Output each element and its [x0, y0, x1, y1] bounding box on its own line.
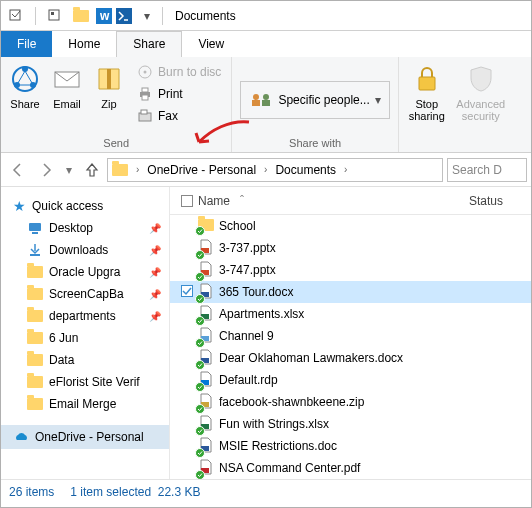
sidebar-item[interactable]: departments📌: [27, 305, 169, 327]
file-row[interactable]: 3-737.pptx: [170, 237, 531, 259]
qat-properties-icon[interactable]: [44, 5, 66, 27]
zip-icon: [93, 63, 125, 95]
svg-rect-24: [30, 254, 40, 256]
email-icon: [51, 63, 83, 95]
file-type-icon: [198, 415, 214, 434]
svg-rect-18: [252, 100, 260, 106]
file-type-icon: [198, 437, 214, 456]
svg-rect-2: [51, 12, 54, 15]
nav-item-label: Data: [49, 353, 74, 367]
burn-button: Burn to disc: [133, 61, 225, 83]
recent-locations-button[interactable]: ▾: [61, 157, 77, 183]
nav-item-label: Desktop: [49, 221, 93, 235]
sidebar-item[interactable]: Oracle Upgra📌: [27, 261, 169, 283]
nav-item-label: ScreenCapBa: [49, 287, 124, 301]
qat-dropdown-icon[interactable]: ▾: [136, 5, 158, 27]
file-row[interactable]: Dear Oklahoman Lawmakers.docx: [170, 347, 531, 369]
people-icon: [249, 92, 273, 108]
qat-powershell-icon[interactable]: [116, 8, 132, 24]
email-button[interactable]: Email: [47, 59, 87, 135]
file-row[interactable]: Apartments.xlsx: [170, 303, 531, 325]
nav-item-label: Email Merge: [49, 397, 116, 411]
sidebar-item[interactable]: 6 Jun: [27, 327, 169, 349]
svg-rect-25: [182, 195, 193, 206]
nav-item-label: Oracle Upgra: [49, 265, 120, 279]
share-button[interactable]: Share: [5, 59, 45, 135]
file-name-label: Fun with Strings.xlsx: [219, 417, 329, 431]
breadcrumb-documents[interactable]: Documents: [271, 159, 340, 181]
sidebar-item[interactable]: Desktop📌: [27, 217, 169, 239]
column-name-header[interactable]: Name: [198, 194, 230, 208]
onedrive-root[interactable]: OneDrive - Personal: [1, 425, 169, 449]
search-input[interactable]: Search D: [447, 158, 527, 182]
dropdown-icon: ▾: [375, 93, 381, 107]
file-type-icon: [198, 305, 214, 324]
svg-rect-16: [141, 110, 147, 114]
file-type-icon: [198, 261, 214, 280]
svg-point-19: [263, 94, 269, 100]
file-name-label: Apartments.xlsx: [219, 307, 304, 321]
forward-button[interactable]: [33, 157, 59, 183]
file-name-label: 3-747.pptx: [219, 263, 276, 277]
qat-homedir-icon[interactable]: w: [96, 8, 112, 24]
navigation-pane: ★ Quick access Desktop📌Downloads📌Oracle …: [1, 187, 170, 479]
pin-icon: 📌: [149, 245, 161, 256]
file-row[interactable]: 3-747.pptx: [170, 259, 531, 281]
svg-rect-21: [419, 77, 435, 90]
select-all-checkbox[interactable]: [181, 195, 193, 207]
tab-view[interactable]: View: [182, 31, 240, 57]
file-row[interactable]: NSA Command Center.pdf: [170, 457, 531, 479]
quick-nav-dropdown-icon[interactable]: [5, 5, 27, 27]
sidebar-item[interactable]: Data: [27, 349, 169, 371]
column-status-header[interactable]: Status: [469, 194, 531, 208]
nav-item-icon: [27, 352, 43, 368]
file-name-label: MSIE Restrictions.doc: [219, 439, 337, 453]
sidebar-item[interactable]: Downloads📌: [27, 239, 169, 261]
column-headers[interactable]: Name ˆ Status: [170, 187, 531, 215]
sidebar-item[interactable]: ScreenCapBa📌: [27, 283, 169, 305]
file-row[interactable]: School: [170, 215, 531, 237]
up-button[interactable]: [79, 157, 105, 183]
svg-point-11: [144, 71, 147, 74]
file-type-icon: [198, 239, 214, 258]
file-row[interactable]: facebook-shawnbkeene.zip: [170, 391, 531, 413]
ribbon-tabs: File Home Share View: [1, 31, 531, 57]
zip-button[interactable]: Zip: [89, 59, 129, 135]
specific-people-button[interactable]: Specific people... ▾: [240, 81, 389, 119]
address-box[interactable]: › OneDrive - Personal › Documents ›: [107, 158, 443, 182]
file-row[interactable]: Fun with Strings.xlsx: [170, 413, 531, 435]
title-bar: w ▾ Documents: [1, 1, 531, 31]
svg-rect-9: [107, 69, 111, 89]
back-button[interactable]: [5, 157, 31, 183]
quick-access-header[interactable]: ★ Quick access: [13, 195, 169, 217]
status-selected: 1 item selected 22.3 KB: [70, 485, 200, 499]
sort-indicator-icon: ˆ: [240, 194, 244, 208]
print-button[interactable]: Print: [133, 83, 225, 105]
tab-share[interactable]: Share: [116, 31, 182, 57]
pin-icon: 📌: [149, 311, 161, 322]
padlock-icon: [411, 63, 443, 95]
sidebar-item[interactable]: Email Merge: [27, 393, 169, 415]
file-row[interactable]: Channel 9: [170, 325, 531, 347]
tab-file[interactable]: File: [1, 31, 52, 57]
file-name-label: 3-737.pptx: [219, 241, 276, 255]
breadcrumb-onedrive[interactable]: OneDrive - Personal: [143, 159, 260, 181]
file-name-label: 365 Tour.docx: [219, 285, 294, 299]
window-title: Documents: [175, 9, 236, 23]
file-row[interactable]: 365 Tour.docx: [170, 281, 531, 303]
fax-button[interactable]: Fax: [133, 105, 225, 127]
file-type-icon: [198, 283, 214, 302]
svg-rect-22: [29, 223, 41, 231]
svg-point-17: [253, 94, 259, 100]
file-row[interactable]: Default.rdp: [170, 369, 531, 391]
stop-sharing-button[interactable]: Stop sharing: [403, 59, 451, 147]
shield-icon: [465, 63, 497, 95]
nav-item-icon: [27, 286, 43, 302]
sidebar-item[interactable]: eFlorist Site Verif: [27, 371, 169, 393]
tab-home[interactable]: Home: [52, 31, 116, 57]
file-row[interactable]: MSIE Restrictions.doc: [170, 435, 531, 457]
file-name-label: Dear Oklahoman Lawmakers.docx: [219, 351, 403, 365]
pin-icon: 📌: [149, 267, 161, 278]
qat-new-folder-icon[interactable]: [70, 5, 92, 27]
file-type-icon: [198, 371, 214, 390]
